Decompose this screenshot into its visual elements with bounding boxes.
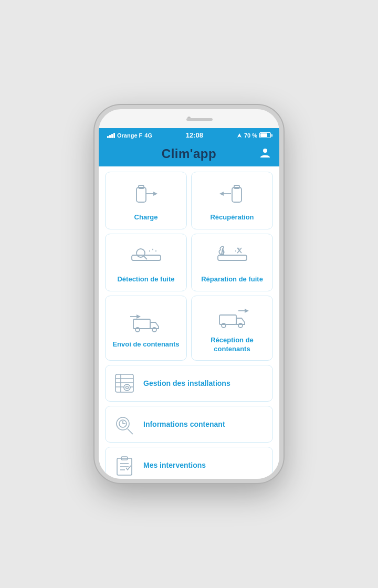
time-label: 12:08: [186, 131, 203, 139]
title-clim: Clim: [162, 146, 190, 161]
battery-percent: 70 %: [244, 132, 257, 139]
reparation-label: Réparation de fuite: [201, 275, 263, 284]
interventions-label: Mes interventions: [143, 461, 206, 469]
phone-frame: Orange F 4G 12:08 70 % Clim'app: [94, 105, 284, 483]
menu-grid: Charge Récupération: [105, 172, 273, 361]
gestion-label: Gestion des installations: [143, 379, 230, 387]
svg-marker-8: [219, 192, 224, 196]
menu-card-reception[interactable]: Réception de contenants: [191, 296, 273, 361]
svg-marker-4: [153, 192, 158, 196]
menu-card-envoi[interactable]: Envoi de contenants: [105, 296, 187, 361]
detection-label: Détection de fuite: [117, 275, 174, 284]
profile-icon[interactable]: [259, 147, 271, 161]
status-bar: Orange F 4G 12:08 70 %: [99, 128, 279, 141]
detection-icon: [129, 244, 163, 271]
interventions-icon-area: [113, 454, 136, 477]
reparation-icon: [215, 244, 249, 271]
menu-list-item-informations[interactable]: Informations contenant: [105, 406, 273, 443]
svg-point-0: [263, 149, 267, 153]
detection-icon-area: [129, 244, 163, 271]
svg-rect-15: [133, 319, 150, 329]
reception-icon-area: [215, 304, 249, 332]
svg-rect-12: [218, 255, 247, 260]
svg-rect-20: [219, 315, 236, 324]
svg-line-37: [128, 429, 133, 434]
main-content: Charge Récupération: [99, 166, 279, 479]
svg-rect-9: [132, 255, 161, 260]
network-label: 4G: [144, 132, 152, 139]
menu-card-reparation[interactable]: Réparation de fuite: [191, 234, 273, 291]
gestion-icon-area: [113, 372, 136, 395]
envoi-label: Envoi de contenants: [112, 340, 179, 349]
recuperation-icon-area: [216, 182, 248, 209]
informations-icon-area: [113, 413, 136, 436]
signal-icon: [107, 133, 115, 138]
gestion-icon: [113, 372, 135, 394]
svg-rect-6: [234, 185, 239, 188]
recuperation-label: Récupération: [210, 213, 254, 222]
svg-marker-24: [245, 309, 249, 313]
svg-marker-19: [136, 314, 141, 319]
app-header: Clim'app: [99, 141, 279, 166]
svg-line-11: [144, 256, 147, 259]
reception-label: Réception de contenants: [196, 336, 268, 354]
menu-card-recuperation[interactable]: Récupération: [191, 172, 273, 229]
menu-card-charge[interactable]: Charge: [105, 172, 187, 229]
interventions-icon: [113, 454, 135, 476]
status-left: Orange F 4G: [107, 132, 152, 139]
status-right: 70 %: [237, 132, 271, 139]
navigation-icon: [237, 133, 242, 138]
reception-icon: [215, 304, 249, 332]
svg-point-10: [136, 249, 145, 257]
svg-rect-5: [232, 187, 242, 202]
informations-label: Informations contenant: [143, 420, 225, 428]
charge-icon-area: [130, 182, 162, 209]
charge-label: Charge: [134, 213, 158, 222]
envoi-icon-area: [129, 309, 163, 336]
informations-icon: [113, 413, 135, 435]
svg-rect-1: [136, 187, 146, 202]
charge-icon: [130, 182, 162, 208]
svg-rect-2: [139, 185, 144, 188]
title-app: 'app: [190, 146, 216, 161]
menu-list-item-gestion[interactable]: Gestion des installations: [105, 365, 273, 402]
recuperation-icon: [216, 182, 248, 208]
envoi-icon: [129, 309, 163, 336]
app-title: Clim'app: [162, 146, 216, 161]
menu-list-item-interventions[interactable]: Mes interventions: [105, 447, 273, 479]
menu-card-detection[interactable]: Détection de fuite: [105, 234, 187, 291]
battery-icon: [259, 132, 271, 138]
reparation-icon-area: [215, 244, 249, 271]
carrier-label: Orange F: [117, 132, 142, 139]
svg-point-30: [124, 384, 130, 391]
